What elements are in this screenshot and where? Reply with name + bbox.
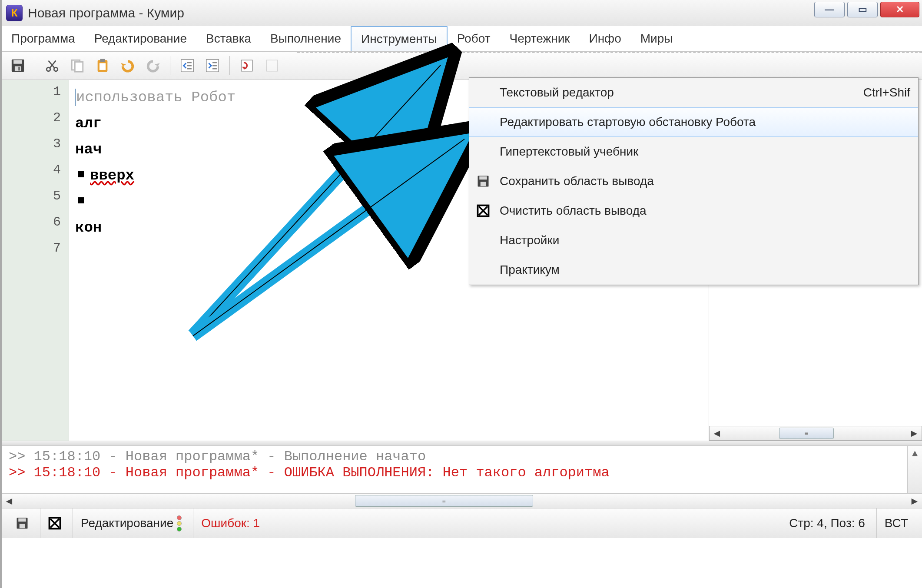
scissors-icon [45,58,60,73]
run-button[interactable] [261,55,283,76]
status-insert-mode: ВСТ [876,508,916,538]
toolbar-dashed-border [297,52,922,53]
status-cursor: Стр: 4, Поз: 6 [781,508,873,538]
console-error-line: >> 15:18:10 - Новая программа* - ОШИБКА … [9,465,915,481]
status-errors: Ошибок: 1 [193,508,268,538]
horizontal-splitter[interactable] [2,441,922,446]
close-button[interactable]: ✕ [880,2,919,17]
dropdown-item[interactable]: Текстовый редакторCtrl+Shif [469,78,918,107]
scroll-track[interactable]: ≡ [17,494,907,508]
run-step-button[interactable] [236,55,258,76]
svg-rect-20 [266,60,278,71]
dropdown-label: Гипертекстовый учебник [497,145,918,159]
svg-rect-2 [15,66,21,71]
toolbar [2,51,922,80]
menu-info[interactable]: Инфо [580,26,631,51]
redo-icon [146,58,160,73]
svg-rect-1 [13,60,22,64]
paste-button[interactable] [92,55,113,76]
menu-worlds[interactable]: Миры [631,26,683,51]
status-clear-button[interactable] [40,508,69,538]
copy-icon [70,58,85,73]
clear-icon [477,204,490,217]
scroll-up-icon[interactable]: ▲ [912,448,918,459]
dropdown-label: Очистить область вывода [497,204,918,218]
redo-button[interactable] [142,55,164,76]
indent-icon [205,58,220,73]
dropdown-item[interactable]: Очистить область вывода [469,196,918,226]
dropdown-label: Практикум [497,263,918,277]
dropdown-item[interactable]: Практикум [469,255,918,285]
minimize-icon: — [825,4,834,15]
line-gutter: 1 2 3 4 5 6 7 [2,80,69,441]
console-panel: >> 15:18:10 - Новая программа* - Выполне… [2,446,922,494]
undo-icon [120,58,135,73]
dropdown-label: Настройки [497,233,918,247]
status-save-button[interactable] [8,508,36,538]
console-hscrollbar[interactable]: ◄ ≡ ► [2,494,922,508]
scroll-left-icon[interactable]: ◄ [710,426,724,440]
dropdown-item[interactable]: Сохранить область вывода [469,166,918,196]
copy-button[interactable] [66,55,88,76]
scroll-left-icon[interactable]: ◄ [2,494,17,508]
menubar: Программа Редактирование Вставка Выполне… [2,26,922,51]
minimize-button[interactable]: — [814,2,845,17]
save-button[interactable] [7,55,29,76]
svg-rect-7 [75,62,83,72]
indent-button[interactable] [202,55,223,76]
maximize-button[interactable]: ▭ [847,2,878,17]
play-icon [265,58,279,73]
save-icon [10,58,25,73]
toolbar-separator [170,56,170,75]
scroll-right-icon[interactable]: ► [907,426,922,440]
outdent-button[interactable] [176,55,198,76]
clipboard-icon [95,58,110,73]
clear-icon [48,517,61,530]
dropdown-item[interactable]: Настройки [469,226,918,255]
menu-draftsman[interactable]: Чертежник [500,26,579,51]
save-icon [16,517,29,530]
outdent-icon [180,58,195,73]
titlebar: К Новая программа - Кумир — ▭ ✕ [2,0,922,26]
toolbar-separator [35,56,35,75]
svg-rect-9 [100,59,105,62]
console-vscrollbar[interactable]: ▲ [907,446,922,493]
dropdown-item[interactable]: Гипертекстовый учебник [469,137,918,166]
dropdown-label: Текстовый редактор [497,86,863,100]
app-icon: К [6,5,23,21]
step-icon [239,58,254,73]
cut-button[interactable] [41,55,63,76]
dropdown-label: Сохранить область вывода [497,174,918,188]
menu-edit[interactable]: Редактирование [85,26,196,51]
menu-insert[interactable]: Вставка [196,26,261,51]
menu-robot[interactable]: Робот [448,26,500,51]
svg-rect-26 [479,176,487,180]
menu-program[interactable]: Программа [2,26,85,51]
tools-dropdown: Текстовый редакторCtrl+ShifРедактировать… [469,77,919,285]
svg-rect-3 [18,67,20,71]
side-hscrollbar[interactable]: ◄ ≡ ► [709,426,922,441]
status-mode: Редактирование [73,508,189,538]
toolbar-separator [229,56,230,75]
svg-rect-22 [18,518,26,522]
svg-rect-23 [20,524,25,528]
maximize-icon: ▭ [858,4,867,15]
traffic-light-icon [177,515,182,532]
scroll-right-icon[interactable]: ► [907,494,922,508]
close-icon: ✕ [896,4,904,15]
save-icon [477,175,490,188]
undo-button[interactable] [117,55,139,76]
dropdown-label: Редактировать стартовую обстановку Робот… [497,115,918,129]
menu-run[interactable]: Выполнение [261,26,351,51]
window-title: Новая программа - Кумир [28,6,184,20]
svg-rect-10 [99,63,106,70]
scroll-track[interactable]: ≡ [724,426,907,440]
window-controls: — ▭ ✕ [814,0,922,26]
dropdown-item[interactable]: Редактировать стартовую обстановку Робот… [469,107,918,137]
console-line: >> 15:18:10 - Новая программа* - Выполне… [9,448,915,465]
menu-tools[interactable]: Инструменты [351,26,448,51]
app-window: К Новая программа - Кумир — ▭ ✕ Программ… [0,0,922,588]
scroll-thumb[interactable]: ≡ [779,428,834,439]
scroll-thumb[interactable]: ≡ [355,495,533,507]
svg-rect-27 [481,182,486,186]
